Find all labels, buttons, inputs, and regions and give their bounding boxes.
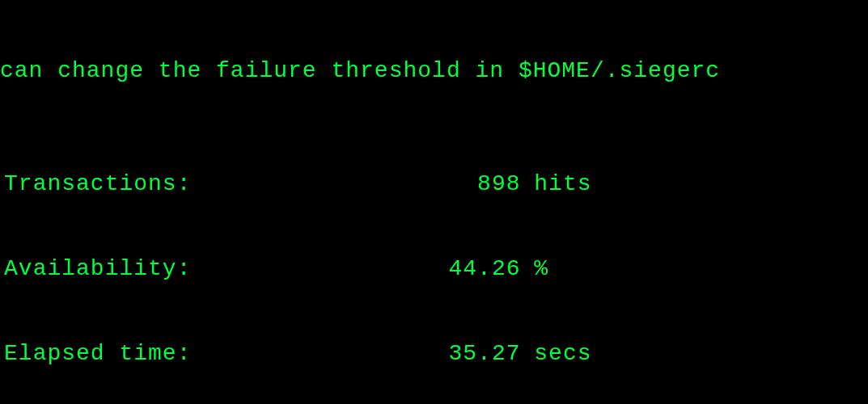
stat-value: 35.27	[358, 339, 521, 368]
stat-row: Elapsed time:35.27secs	[0, 339, 868, 368]
warning-line: can change the failure threshold in $HOM…	[0, 57, 868, 85]
stat-unit: secs	[521, 339, 592, 368]
stat-unit: %	[521, 255, 549, 283]
stat-value: 44.26	[358, 255, 521, 283]
stat-label: Elapsed time:	[4, 339, 358, 368]
terminal-output: can change the failure threshold in $HOM…	[0, 0, 868, 404]
stat-row: Transactions:898hits	[0, 170, 868, 198]
stat-label: Availability:	[4, 255, 358, 283]
stat-value: 898	[358, 170, 521, 198]
stat-row: Availability:44.26%	[0, 255, 868, 283]
stat-unit: hits	[521, 170, 592, 198]
stat-label: Transactions:	[4, 170, 358, 198]
